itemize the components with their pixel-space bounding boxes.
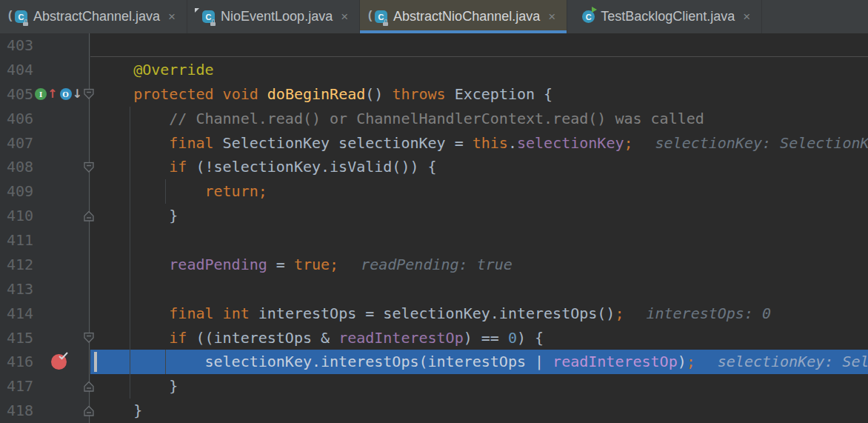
gutter-icon-area [36,33,81,58]
code-text[interactable]: readPending = true;readPending: true [90,253,868,277]
gutter-icon-area [36,399,81,423]
inline-debugger-hint: selectionKey: Sele [718,353,868,370]
lock-badge-icon [383,19,389,26]
fold-area [81,33,90,58]
line-number[interactable]: 406 [0,107,36,131]
gutter-icon-area: I↑O↓ [36,82,81,107]
abstract-class-lock-icon: (C [10,10,27,24]
line-number[interactable]: 410 [0,204,36,228]
fold-marker-start[interactable] [81,155,90,179]
code-line-405: 405I↑O↓ protected void doBeginRead() thr… [0,82,868,107]
fold-marker-end[interactable] [81,399,90,423]
overridden-marker-icon[interactable]: O↓ [60,88,82,100]
line-number[interactable]: 409 [0,179,36,204]
run-badge-icon [592,7,597,13]
code-token: selectionKey.interestOps(interestOps | [205,353,553,370]
code-token: doBeginRead [267,85,365,103]
code-text[interactable] [90,33,868,58]
abstract-paren-glyph: ( [8,9,12,22]
gutter-icon-area [36,302,81,326]
fold-marker-start[interactable] [81,82,90,107]
code-token: final [169,304,213,322]
code-token: ; [258,182,267,200]
code-token: void [223,85,258,103]
line-number[interactable]: 417 [0,374,36,399]
code-text[interactable] [90,228,868,253]
code-text[interactable]: protected void doBeginRead() throws Exce… [90,82,868,107]
tab-close-icon[interactable]: × [547,9,557,24]
code-text[interactable]: } [90,374,868,399]
line-number[interactable]: 413 [0,277,36,302]
gutter-icon-area [36,58,81,82]
fold-area [81,131,90,156]
tab-close-icon[interactable]: × [339,9,350,24]
code-token: ) { [517,329,544,347]
tab-label: AbstractChannel.java [33,9,160,24]
code-text[interactable]: final SelectionKey selectionKey = this.s… [90,131,868,156]
code-token: readInterestOp [338,329,464,347]
code-text[interactable]: if ((interestOps & readInterestOp) == 0)… [90,326,868,350]
code-token: if [169,329,187,347]
code-token: (!selectionKey.isValid()) { [187,158,436,176]
code-token: Exception { [446,85,553,103]
line-number[interactable]: 418 [0,399,36,423]
breakpoint-verified-icon[interactable] [51,354,67,370]
code-text[interactable]: // Channel.read() or ChannelHandlerConte… [90,107,868,131]
code-token: ) [678,353,687,370]
code-text[interactable]: } [90,204,868,228]
modified-badge-icon [195,8,199,13]
fold-marker-start[interactable] [81,326,90,350]
fold-marker-end[interactable] [81,204,90,228]
code-editor[interactable]: 403404 @Override405I↑O↓ protected void d… [0,33,868,423]
code-token: ) == [464,329,508,347]
code-token: throws [392,85,445,103]
code-text[interactable]: if (!selectionKey.isValid()) { [90,155,868,179]
tab-close-icon[interactable]: × [741,9,752,24]
line-number[interactable]: 415 [0,326,36,350]
fold-area [81,277,90,302]
line-number[interactable]: 407 [0,131,36,156]
tab-close-icon[interactable]: × [167,9,177,24]
code-text[interactable]: return; [90,179,868,204]
line-number[interactable]: 412 [0,253,36,277]
code-token: } [98,377,178,395]
tab-NioEventLoop.java[interactable]: CNioEventLoop.java× [187,0,360,33]
line-number[interactable]: 411 [0,228,36,253]
fold-area [81,228,90,253]
tab-TestBacklogClient.java[interactable]: CTestBacklogClient.java× [567,0,762,33]
code-text[interactable] [90,277,868,302]
line-number[interactable]: 416 [0,350,36,374]
code-token [98,329,169,347]
tab-AbstractChannel.java[interactable]: (CAbstractChannel.java× [0,0,187,33]
fold-area [81,179,90,204]
code-text[interactable]: } [90,399,868,423]
code-token [98,304,169,322]
line-number[interactable]: 404 [0,58,36,82]
line-number[interactable]: 405 [0,82,36,107]
code-token: protected [133,85,213,103]
code-text[interactable]: selectionKey.interestOps(interestOps | r… [90,350,868,374]
tab-label: TestBacklogClient.java [601,9,735,24]
code-token [214,85,223,103]
gutter-icon-area [36,350,81,374]
code-token: } [98,402,142,419]
code-token [258,85,267,103]
code-token [98,85,133,103]
code-token: readPending [169,256,267,273]
tab-AbstractNioChannel.java[interactable]: (CAbstractNioChannel.java× [360,0,567,33]
code-token [98,256,169,273]
code-token: () [365,85,392,103]
code-text[interactable]: final int interestOps = selectionKey.int… [90,302,868,326]
indent-guide [165,350,166,374]
line-number[interactable]: 403 [0,33,36,58]
code-text[interactable]: @Override [90,58,868,82]
gutter-icon-area [36,228,81,253]
fold-area [81,107,90,131]
fold-marker-end[interactable] [81,374,90,399]
code-token: final [169,134,213,152]
fold-area [81,350,90,374]
line-number[interactable]: 408 [0,155,36,179]
line-number[interactable]: 414 [0,302,36,326]
class-lock-modified-icon: C [197,10,215,24]
implements-marker-icon[interactable]: I↑ [35,88,57,100]
